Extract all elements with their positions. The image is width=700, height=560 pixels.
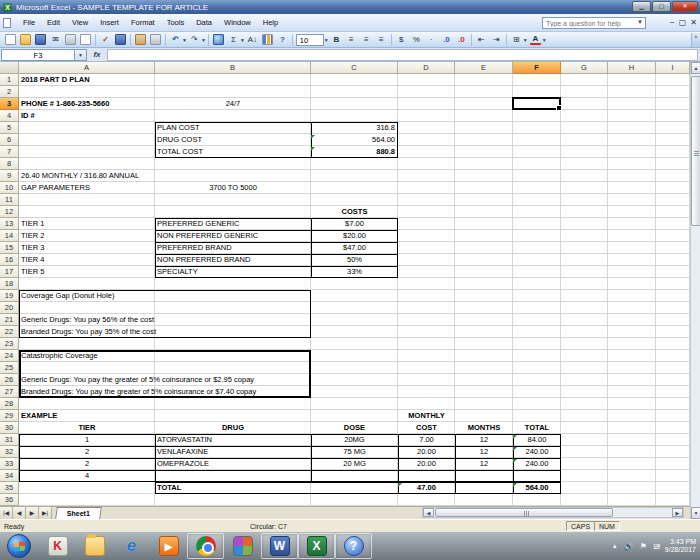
cell-A29[interactable]: EXAMPLE <box>21 410 57 422</box>
cell-C31[interactable]: 20MG <box>311 434 398 446</box>
cell-A34[interactable]: 4 <box>19 470 155 482</box>
column-header-C[interactable]: C <box>311 62 398 74</box>
row-header-22[interactable]: 22 <box>0 326 19 338</box>
taskbar-item-help[interactable]: ? <box>335 533 372 559</box>
cell-A30[interactable]: TIER <box>19 422 155 434</box>
cell-A9[interactable]: 26.40 MONTHLY / 316.80 ANNUAL <box>21 170 139 182</box>
cell-B32[interactable]: VENLAFAXINE <box>157 446 208 458</box>
cell-A14[interactable]: TIER 2 <box>21 230 44 242</box>
cell-A26[interactable]: Generic Drugs: You pay the greater of 5%… <box>21 374 254 386</box>
cell-A16[interactable]: TIER 4 <box>21 254 44 266</box>
cell-A10[interactable]: GAP PARAMETERS <box>21 182 90 194</box>
cell-A31[interactable]: 1 <box>19 434 155 446</box>
horizontal-scrollbar[interactable]: ◀ ▶ <box>422 507 684 518</box>
print-icon[interactable] <box>63 33 78 47</box>
column-header-F[interactable]: F <box>513 62 561 74</box>
cell-A17[interactable]: TIER 5 <box>21 266 44 278</box>
cell-C32[interactable]: 75 MG <box>311 446 398 458</box>
cell-C14[interactable]: $20.00 <box>311 230 398 242</box>
menu-format[interactable]: Format <box>125 16 161 29</box>
research-icon[interactable] <box>113 33 128 47</box>
font-color-icon[interactable]: A <box>528 33 543 47</box>
save-icon[interactable] <box>33 33 48 47</box>
cell-C12[interactable]: COSTS <box>311 206 398 218</box>
formula-input[interactable] <box>107 49 698 61</box>
menu-help[interactable]: Help <box>257 16 284 29</box>
row-header-36[interactable]: 36 <box>0 494 19 506</box>
cell-C5[interactable]: 316.8 <box>311 122 395 134</box>
menu-file[interactable]: File <box>17 16 41 29</box>
network-icon[interactable]: 🖳 <box>653 542 661 551</box>
decrease-indent-icon[interactable]: ⇤ <box>474 33 489 47</box>
insert-function-icon[interactable]: fx <box>87 50 107 59</box>
column-header-B[interactable]: B <box>155 62 311 74</box>
cell-F31[interactable]: 84.00 <box>513 434 561 446</box>
cell-C6[interactable]: 564.00 <box>311 134 395 146</box>
cell-D33[interactable]: 20.00 <box>398 458 455 470</box>
row-header-34[interactable]: 34 <box>0 470 19 482</box>
cell-B14[interactable]: NON PREFERRED GENERIC <box>157 230 258 242</box>
cell-A15[interactable]: TIER 3 <box>21 242 44 254</box>
currency-icon[interactable]: $ <box>394 33 409 47</box>
cell-D35[interactable]: 47.00 <box>398 482 455 494</box>
row-header-16[interactable]: 16 <box>0 254 19 266</box>
cell-A1[interactable]: 2018 PART D PLAN <box>21 74 90 86</box>
menu-window[interactable]: Window <box>218 16 257 29</box>
undo-icon[interactable]: ↶ <box>168 33 183 47</box>
hyperlink-icon[interactable] <box>211 33 226 47</box>
row-header-29[interactable]: 29 <box>0 410 19 422</box>
row-header-23[interactable]: 23 <box>0 338 19 350</box>
cell-D30[interactable]: COST <box>398 422 455 434</box>
row-header-33[interactable]: 33 <box>0 458 19 470</box>
cell-A22[interactable]: Branded Drugs: You pay 35% of the cost <box>21 326 156 338</box>
chart-wizard-icon[interactable] <box>260 33 275 47</box>
toolbar-options-icon[interactable]: » <box>691 33 700 47</box>
open-icon[interactable] <box>18 33 33 47</box>
align-left-icon[interactable]: ≡ <box>344 33 359 47</box>
name-box-dropdown-icon[interactable]: ▼ <box>75 49 87 61</box>
cell-E32[interactable]: 12 <box>455 446 513 458</box>
print-preview-icon[interactable] <box>78 33 93 47</box>
minimize-button[interactable]: ▁ <box>632 1 651 12</box>
row-header-24[interactable]: 24 <box>0 350 19 362</box>
redo-icon[interactable]: ↷ <box>187 33 202 47</box>
menu-edit[interactable]: Edit <box>41 16 66 29</box>
row-header-4[interactable]: 4 <box>0 110 19 122</box>
cell-A27[interactable]: Branded Drugs: You pay the greater of 5%… <box>21 386 256 398</box>
cell-A32[interactable]: 2 <box>19 446 155 458</box>
sheet-tab-active[interactable]: Sheet1 <box>55 507 102 519</box>
taskbar-item-kaspersky[interactable]: K <box>39 533 76 559</box>
row-header-9[interactable]: 9 <box>0 170 19 182</box>
cell-C13[interactable]: $7.00 <box>311 218 398 230</box>
cell-F30[interactable]: TOTAL <box>513 422 561 434</box>
row-header-25[interactable]: 25 <box>0 362 19 374</box>
cell-C30[interactable]: DOSE <box>311 422 398 434</box>
question-box-dropdown-icon[interactable]: ▼ <box>637 19 643 25</box>
vertical-scrollbar[interactable]: ▲ ▼ <box>690 62 700 519</box>
comma-icon[interactable]: · <box>424 33 439 47</box>
row-header-18[interactable]: 18 <box>0 278 19 290</box>
row-header-14[interactable]: 14 <box>0 230 19 242</box>
action-center-flag-icon[interactable]: ⚑ <box>640 542 647 551</box>
borders-icon[interactable]: ⊞ <box>509 33 524 47</box>
cell-B31[interactable]: ATORVASTATIN <box>157 434 212 446</box>
cell-A24[interactable]: Catastrophic Coverage <box>21 350 98 362</box>
row-header-17[interactable]: 17 <box>0 266 19 278</box>
column-header-A[interactable]: A <box>19 62 155 74</box>
menu-tools[interactable]: Tools <box>161 16 191 29</box>
row-header-6[interactable]: 6 <box>0 134 19 146</box>
cell-A21[interactable]: Generic Drugs: You pay 56% of the cost <box>21 314 154 326</box>
percent-icon[interactable]: % <box>409 33 424 47</box>
cell-B17[interactable]: SPECIALTY <box>157 266 198 278</box>
row-header-35[interactable]: 35 <box>0 482 19 494</box>
question-box[interactable] <box>542 17 646 29</box>
hidden-icons-button[interactable]: ▲ <box>612 543 618 549</box>
row-header-32[interactable]: 32 <box>0 446 19 458</box>
increase-indent-icon[interactable]: ⇥ <box>489 33 504 47</box>
vertical-scroll-thumb[interactable] <box>691 76 700 226</box>
taskbar-item-chrome[interactable] <box>187 533 224 559</box>
row-header-31[interactable]: 31 <box>0 434 19 446</box>
taskbar-clock[interactable]: 3:43 PM 9/28/2017 <box>665 538 700 554</box>
horizontal-scroll-thumb[interactable] <box>435 508 613 517</box>
cell-A13[interactable]: TIER 1 <box>21 218 44 230</box>
